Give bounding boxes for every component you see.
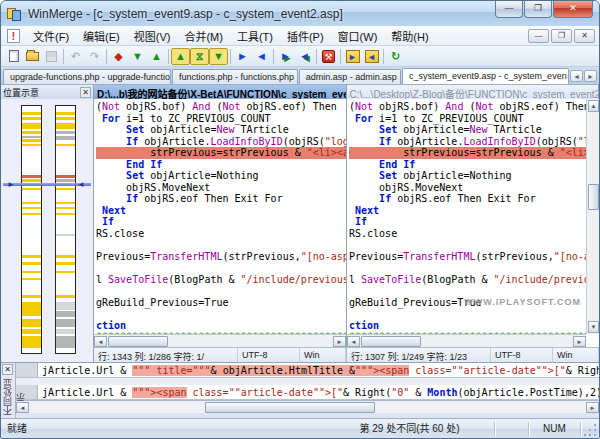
code-line[interactable]: If: [96, 216, 346, 228]
code-line[interactable]: objRS.MoveNext: [349, 182, 586, 194]
document-icon[interactable]: !: [7, 29, 20, 43]
code-line[interactable]: Set objArticle=New TArticle: [349, 124, 586, 136]
code-line[interactable]: (Not objRS.bof) And (Not objRS.eof) Then: [349, 101, 586, 113]
code-line[interactable]: [349, 285, 586, 297]
options-icon[interactable]: ⚒: [319, 48, 338, 65]
scroll-right-icon[interactable]: ►: [333, 336, 346, 347]
save-icon[interactable]: [42, 48, 61, 65]
code-line[interactable]: [349, 239, 586, 251]
resize-grip-icon[interactable]: [583, 421, 599, 437]
next-diff-icon[interactable]: ▼: [128, 48, 147, 65]
scroll-right-icon[interactable]: ►: [586, 402, 599, 413]
right-eol[interactable]: Win: [553, 348, 599, 362]
menu-item-2[interactable]: 视图(V): [127, 26, 178, 46]
code-line[interactable]: [349, 262, 586, 274]
diff-line-left[interactable]: jArticle.Url & """ title="""& objArticle…: [16, 363, 599, 378]
mdi-close-button[interactable]: ✕: [574, 29, 595, 43]
code-line[interactable]: ction: [96, 320, 346, 332]
right-file-path-header[interactable]: C:\...\Desktop\Z-Blog\备份\FUNCTION\c_syst…: [347, 85, 600, 99]
code-line[interactable]: If objRS.eof Then Exit For: [96, 193, 346, 205]
title-bar[interactable]: WinMerge - [c_system_event9.asp - c_syst…: [1, 1, 599, 26]
select-diff-icon[interactable]: ◆: [109, 48, 128, 65]
code-line[interactable]: Set objArticle=New TArticle: [96, 124, 346, 136]
location-bar-right[interactable]: [55, 105, 76, 354]
right-encoding[interactable]: UTF-8: [491, 348, 553, 362]
diff-line-right[interactable]: jArticle.Url & """><span class=""article…: [16, 385, 599, 400]
code-line[interactable]: For i=1 to ZC_PREVIOUS_COUNT: [96, 113, 346, 125]
menu-item-1[interactable]: 编辑(E): [76, 26, 127, 46]
menu-item-4[interactable]: 工具(T): [230, 26, 280, 46]
code-line[interactable]: Next: [96, 205, 346, 217]
vscroll-thumb[interactable]: [588, 184, 599, 210]
copy-right-advance-icon[interactable]: ►: [276, 48, 295, 65]
scroll-down-icon[interactable]: ▼: [588, 321, 599, 333]
location-pane-close-icon[interactable]: ✕: [80, 87, 91, 98]
menu-item-6[interactable]: 窗口(W): [331, 26, 385, 46]
mdi-minimize-button[interactable]: —: [528, 29, 549, 43]
code-line[interactable]: Previous=TransferHTML(strPrevious,"[no-a…: [349, 251, 586, 263]
code-line[interactable]: Set objArticle=Nothing: [349, 170, 586, 182]
menu-item-5[interactable]: 插件(P): [280, 26, 331, 46]
diff-hscrollbar[interactable]: ◄ ►: [16, 400, 599, 413]
close-button[interactable]: ✕: [553, 1, 593, 18]
code-line[interactable]: If: [349, 216, 586, 228]
code-line[interactable]: For i=1 to ZC_PREVIOUS_COUNT: [349, 113, 586, 125]
first-diff-icon[interactable]: ▲: [171, 48, 190, 65]
code-line[interactable]: RS.close: [96, 228, 346, 240]
code-line[interactable]: End If: [96, 159, 346, 171]
left-eol[interactable]: Win: [300, 348, 346, 362]
code-line[interactable]: If objRS.eof Then Exit For: [349, 193, 586, 205]
mdi-restore-button[interactable]: ❐: [551, 29, 572, 43]
copy-right-icon[interactable]: ►: [233, 48, 252, 65]
menu-item-0[interactable]: 文件(F): [26, 26, 76, 46]
prev-diff-icon[interactable]: ▲: [147, 48, 166, 65]
copy-all-right-icon[interactable]: ►: [343, 48, 362, 65]
current-diff-line[interactable]: strPrevious=strPrevious & "<li><a h: [96, 147, 346, 159]
menu-item-7[interactable]: 帮助(H): [384, 26, 435, 46]
code-line[interactable]: [96, 285, 346, 297]
code-line[interactable]: [96, 239, 346, 251]
left-code-editor[interactable]: (Not objRS.bof) And (Not objRS.eof) Then…: [94, 99, 346, 334]
refresh-icon[interactable]: ↻: [386, 48, 405, 65]
location-pane[interactable]: ► ◄: [1, 99, 94, 362]
right-hscrollbar[interactable]: ◄ ►: [347, 334, 586, 347]
code-line[interactable]: Previous=TransferHTML(strPrevious,"[no-a…: [96, 251, 346, 263]
last-diff-icon[interactable]: ▼: [209, 48, 228, 65]
diff-hscroll-thumb[interactable]: [205, 402, 375, 413]
right-vscrollbar[interactable]: ▲ ▼: [586, 99, 599, 334]
scroll-left-icon[interactable]: ◄: [94, 336, 107, 347]
location-bar-left[interactable]: [21, 105, 42, 354]
code-line[interactable]: ction: [349, 320, 586, 332]
code-line[interactable]: Set objArticle=Nothing: [96, 170, 346, 182]
code-line[interactable]: If objArticle.LoadInfoByID(objRS("log_: [96, 136, 346, 148]
code-line[interactable]: Next: [349, 205, 586, 217]
code-line[interactable]: [96, 308, 346, 320]
left-encoding[interactable]: UTF-8: [238, 348, 300, 362]
tab-scroll-right-icon[interactable]: ►: [584, 70, 597, 82]
file-tab-3[interactable]: c_system_event9.asp - c_system_even: [402, 68, 569, 84]
undo-icon[interactable]: ↶: [66, 48, 85, 65]
code-line[interactable]: l SaveToFile(BlogPath & "/include/previo…: [349, 274, 586, 286]
left-hscrollbar[interactable]: ◄ ►: [94, 334, 346, 347]
code-line[interactable]: End If: [349, 159, 586, 171]
copy-left-icon[interactable]: ◄: [252, 48, 271, 65]
file-tab-0[interactable]: upgrade-functions.php - upgrade-function…: [3, 69, 171, 84]
copy-left-advance-icon[interactable]: ◄: [295, 48, 314, 65]
file-tab-2[interactable]: admin.asp - admin.asp: [299, 69, 401, 84]
left-file-path-header[interactable]: D:\...b\我的网站备份\X-BetA\FUNCTION\c_system_…: [94, 85, 347, 99]
code-line[interactable]: gReBuild_Previous=True: [96, 297, 346, 309]
restore-button[interactable]: ❐: [524, 1, 552, 18]
right-hscroll-thumb[interactable]: [361, 336, 421, 347]
scroll-up-icon[interactable]: ▲: [588, 100, 599, 112]
code-line[interactable]: If objArticle.LoadInfoByID(objRS("log_: [349, 136, 586, 148]
diff-pane-close-icon[interactable]: ✕: [2, 364, 13, 375]
left-hscroll-thumb[interactable]: [108, 336, 168, 347]
open-icon[interactable]: [23, 48, 42, 65]
code-line[interactable]: RS.close: [349, 228, 586, 240]
code-line[interactable]: [349, 308, 586, 320]
redo-icon[interactable]: ↷: [85, 48, 104, 65]
code-line[interactable]: objRS.MoveNext: [96, 182, 346, 194]
file-tab-1[interactable]: functions.php - functions.php: [172, 69, 298, 84]
copy-all-left-icon[interactable]: ◄: [362, 48, 381, 65]
tab-scroll-left-icon[interactable]: ◄: [570, 70, 583, 82]
